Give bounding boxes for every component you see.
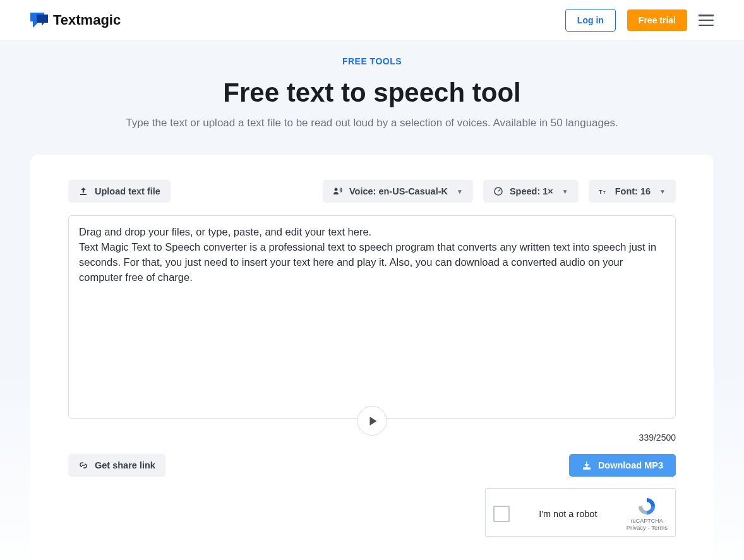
download-icon <box>582 460 592 470</box>
logo-icon <box>30 13 48 28</box>
voice-selector[interactable]: Voice: en-US-Casual-K ▼ <box>323 180 473 203</box>
speed-icon <box>493 186 503 196</box>
logo[interactable]: Textmagic <box>30 12 121 28</box>
login-button[interactable]: Log in <box>565 9 616 32</box>
download-mp3-button[interactable]: Download MP3 <box>569 454 676 477</box>
header: Textmagic Log in Free trial <box>0 0 744 41</box>
chevron-down-icon: ▼ <box>659 188 666 195</box>
recaptcha-logo-icon <box>636 496 657 516</box>
hamburger-menu-icon[interactable] <box>699 15 714 26</box>
font-selector[interactable]: TT Font: 16 ▼ <box>589 180 676 203</box>
hero: FREE TOOLS Free text to speech tool Type… <box>0 41 744 560</box>
share-label: Get share link <box>95 460 155 470</box>
play-button[interactable] <box>357 406 387 436</box>
page-subtitle: Type the text or upload a text file to b… <box>0 117 744 129</box>
free-trial-button[interactable]: Free trial <box>627 9 687 31</box>
voice-icon <box>333 186 343 196</box>
recaptcha-brand: reCAPTCHA <box>627 518 668 524</box>
svg-text:T: T <box>599 189 603 195</box>
actions-row: Get share link Download MP3 <box>68 454 676 477</box>
font-size-icon: TT <box>599 186 609 196</box>
recaptcha: I'm not a robot reCAPTCHA Privacy - Term… <box>485 488 676 537</box>
recaptcha-privacy-link[interactable]: Privacy <box>627 524 646 531</box>
chevron-down-icon: ▼ <box>562 188 568 195</box>
toolbar: Upload text file Voice: en-US-Casual-K ▼… <box>68 180 676 203</box>
svg-line-2 <box>498 189 500 191</box>
recaptcha-checkbox[interactable] <box>493 506 510 522</box>
brand-text: Textmagic <box>53 12 121 28</box>
header-right: Log in Free trial <box>565 9 714 32</box>
svg-text:T: T <box>603 191 606 194</box>
recaptcha-label: I'm not a robot <box>520 509 616 519</box>
upload-icon <box>78 186 88 196</box>
speed-label: Speed: 1× <box>510 186 553 196</box>
play-icon <box>369 417 376 426</box>
upload-file-button[interactable]: Upload text file <box>68 180 171 203</box>
svg-point-0 <box>334 188 337 191</box>
speed-selector[interactable]: Speed: 1× ▼ <box>483 180 579 203</box>
upload-label: Upload text file <box>95 186 160 196</box>
tool-card: Upload text file Voice: en-US-Casual-K ▼… <box>30 155 714 560</box>
recaptcha-branding: reCAPTCHA Privacy - Terms <box>627 496 668 531</box>
link-icon <box>78 460 88 470</box>
share-link-button[interactable]: Get share link <box>68 454 165 477</box>
eyebrow: FREE TOOLS <box>0 56 744 66</box>
font-label: Font: 16 <box>615 186 651 196</box>
text-input[interactable] <box>68 215 676 419</box>
download-label: Download MP3 <box>598 460 663 470</box>
page-title: Free text to speech tool <box>0 78 744 108</box>
recaptcha-terms-link[interactable]: Terms <box>651 524 668 531</box>
voice-label: Voice: en-US-Casual-K <box>349 186 448 196</box>
chevron-down-icon: ▼ <box>457 188 463 195</box>
